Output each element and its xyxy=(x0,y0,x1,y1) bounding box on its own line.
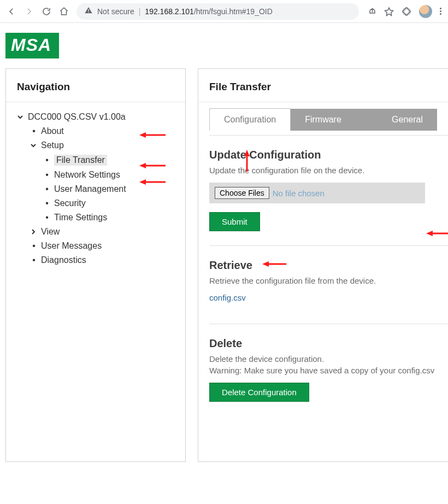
home-icon[interactable] xyxy=(59,7,69,16)
tab-configuration[interactable]: Configuration xyxy=(209,108,291,131)
submit-button[interactable]: Submit xyxy=(209,212,260,231)
tab-firmware[interactable]: Firmware xyxy=(291,109,356,131)
reload-icon[interactable] xyxy=(42,7,51,16)
update-desc: Update the configuration file on the dev… xyxy=(209,166,437,175)
extensions-icon[interactable] xyxy=(402,7,411,16)
tab-general[interactable]: General xyxy=(378,109,437,131)
tab-bar: Configuration Firmware General xyxy=(209,109,437,131)
not-secure-icon xyxy=(84,6,93,16)
section-retrieve: Retrieve Retrieve the configuration file… xyxy=(198,246,448,307)
nav-user-messages[interactable]: User Messages xyxy=(15,239,180,253)
logo-area: MSA xyxy=(0,23,448,68)
delete-heading: Delete xyxy=(209,337,437,350)
navigation-panel: Navigation DCC000 QS.CSV v1.00a About Se… xyxy=(5,68,186,462)
share-icon[interactable] xyxy=(367,7,376,16)
browser-toolbar: Not secure | 192.168.2.101/htm/fsgui.htm… xyxy=(0,0,448,23)
page-title: File Transfer xyxy=(198,69,448,102)
nav-setup[interactable]: Setup xyxy=(15,138,180,153)
nav-tree: DCC000 QS.CSV v1.00a About Setup File Tr… xyxy=(6,102,185,273)
nav-security[interactable]: Security xyxy=(15,196,180,210)
delete-configuration-button[interactable]: Delete Configuration xyxy=(209,383,309,402)
chevron-down-icon xyxy=(17,114,25,120)
file-input-row[interactable]: Choose Files No file chosen xyxy=(209,183,425,203)
chevron-down-icon xyxy=(30,142,38,149)
nav-about[interactable]: About xyxy=(15,124,180,138)
addr-separator: | xyxy=(139,7,141,16)
choose-files-button[interactable]: Choose Files xyxy=(215,187,269,199)
brand-logo: MSA xyxy=(5,33,59,58)
main-panel: File Transfer Configuration Firmware Gen… xyxy=(198,68,448,462)
url-path: /htm/fsgui.htm#19_OID xyxy=(194,7,273,16)
nav-view[interactable]: View xyxy=(15,225,180,239)
update-heading: Update Configuration xyxy=(209,149,437,161)
address-bar[interactable]: Not secure | 192.168.2.101/htm/fsgui.htm… xyxy=(76,3,359,20)
section-delete: Delete Delete the device configuration. … xyxy=(198,324,448,406)
delete-desc1: Delete the device configuration. xyxy=(209,354,437,364)
delete-desc2: Warning: Make sure you have saved a copy… xyxy=(209,366,437,375)
not-secure-label: Not secure xyxy=(97,7,134,16)
nav-user-management[interactable]: User Management xyxy=(15,182,180,196)
retrieve-desc: Retrieve the configuration file from the… xyxy=(209,276,437,285)
file-placeholder: No file chosen xyxy=(273,189,325,198)
svg-rect-1 xyxy=(88,12,89,13)
avatar[interactable] xyxy=(419,5,432,18)
chevron-right-icon xyxy=(30,228,38,235)
retrieve-heading: Retrieve xyxy=(209,259,437,272)
star-icon[interactable] xyxy=(384,7,394,16)
nav-time-settings[interactable]: Time Settings xyxy=(15,210,180,225)
section-update: Update Configuration Update the configur… xyxy=(198,136,448,236)
svg-rect-0 xyxy=(88,9,89,11)
nav-file-transfer[interactable]: File Transfer xyxy=(15,153,180,168)
forward-icon[interactable] xyxy=(24,7,34,16)
config-download-link[interactable]: config.csv xyxy=(209,293,246,302)
url-host: 192.168.2.101 xyxy=(145,7,194,16)
nav-root[interactable]: DCC000 QS.CSV v1.00a xyxy=(15,110,180,124)
navigation-title: Navigation xyxy=(6,69,185,102)
nav-diagnostics[interactable]: Diagnostics xyxy=(15,253,180,267)
menu-icon[interactable] xyxy=(440,8,441,15)
nav-network-settings[interactable]: Network Settings xyxy=(15,168,180,182)
svg-marker-3 xyxy=(385,8,393,15)
back-icon[interactable] xyxy=(7,7,16,16)
